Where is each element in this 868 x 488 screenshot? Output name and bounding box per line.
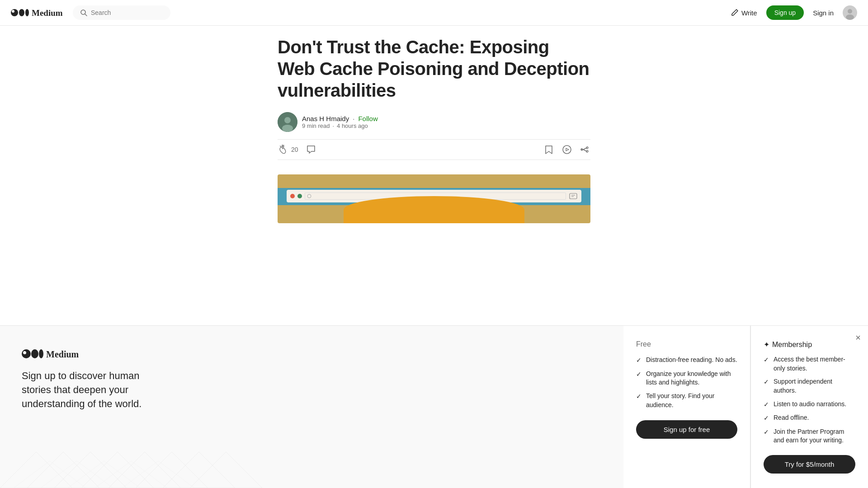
author-name[interactable]: Anas H Hmaidy <box>302 115 349 122</box>
comment-button[interactable] <box>306 144 316 155</box>
clap-count: 20 <box>291 146 298 153</box>
action-bar: 20 <box>278 139 590 160</box>
signin-button[interactable]: Sign in <box>813 9 834 17</box>
write-label: Write <box>741 9 757 17</box>
separator: · <box>353 115 354 122</box>
write-icon <box>731 9 739 17</box>
navbar-left: Medium <box>11 5 170 20</box>
write-button[interactable]: Write <box>731 9 757 17</box>
signup-button[interactable]: Sign up <box>766 5 804 20</box>
author-info: Anas H Hmaidy · Follow 9 min read · 4 ho… <box>302 115 378 129</box>
search-bar[interactable] <box>73 5 170 20</box>
article-title: Don't Trust the Cache: Exposing Web Cach… <box>278 36 590 101</box>
author-row: Anas H Hmaidy · Follow 9 min read · 4 ho… <box>278 112 590 132</box>
svg-point-13 <box>586 147 588 149</box>
svg-point-14 <box>586 150 588 152</box>
action-bar-right <box>543 144 590 155</box>
image-arc <box>344 196 524 223</box>
svg-rect-17 <box>570 193 577 199</box>
image-right-icon <box>569 192 578 201</box>
svg-text:Medium: Medium <box>32 8 63 18</box>
play-icon <box>561 144 572 155</box>
meta-separator: · <box>332 122 334 129</box>
search-input[interactable] <box>91 9 163 16</box>
svg-point-2 <box>19 9 24 16</box>
search-icon <box>80 9 87 16</box>
svg-point-11 <box>282 125 293 132</box>
svg-point-3 <box>25 9 29 16</box>
svg-point-10 <box>284 117 291 123</box>
action-bar-left: 20 <box>278 144 316 155</box>
svg-point-8 <box>846 14 854 20</box>
navbar-right: Write Sign up Sign in <box>731 5 857 20</box>
medium-logo[interactable]: Medium <box>11 7 66 18</box>
clap-button[interactable]: 20 <box>278 144 298 155</box>
author-name-row: Anas H Hmaidy · Follow <box>302 115 378 122</box>
browser-dot-green <box>297 194 302 198</box>
article-meta: 9 min read · 4 hours ago <box>302 122 378 129</box>
listen-button[interactable] <box>561 144 572 155</box>
svg-point-7 <box>848 9 852 14</box>
follow-button[interactable]: Follow <box>358 115 377 122</box>
read-time: 9 min read <box>302 122 330 129</box>
browser-dot-red <box>290 194 295 198</box>
author-avatar[interactable] <box>278 112 297 132</box>
svg-rect-1 <box>12 10 14 13</box>
share-button[interactable] <box>580 144 590 155</box>
svg-point-12 <box>563 145 571 154</box>
main-content: Don't Trust the Cache: Exposing Web Cach… <box>267 0 601 241</box>
share-icon <box>580 144 590 155</box>
svg-point-0 <box>11 9 18 16</box>
save-icon <box>543 144 554 155</box>
article-hero-image <box>278 174 590 223</box>
url-icon <box>307 194 311 198</box>
svg-point-16 <box>307 194 311 198</box>
navbar: Medium Write Sign up Sign in <box>0 0 868 26</box>
avatar[interactable] <box>843 5 857 20</box>
save-button[interactable] <box>543 144 554 155</box>
published-time: 4 hours ago <box>337 122 368 129</box>
comment-icon <box>306 144 316 155</box>
svg-line-6 <box>85 14 87 16</box>
clap-icon <box>278 144 288 155</box>
